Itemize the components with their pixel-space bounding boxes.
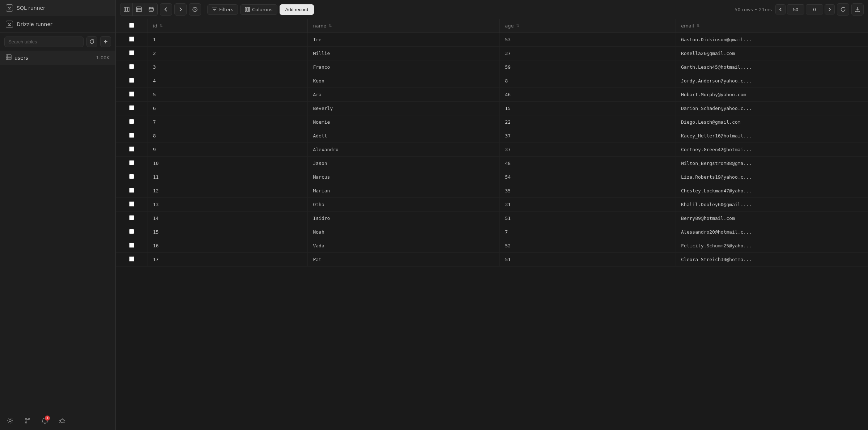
select-all-checkbox[interactable] (129, 23, 134, 28)
row-id: 16 (148, 239, 307, 253)
settings-button[interactable] (4, 415, 16, 426)
download-button[interactable] (851, 3, 864, 16)
main-content: Filters Columns Add record 50 rows • 21m… (116, 0, 868, 430)
table-row: 8Adell37Kacey_Heller16@hotmail... (116, 129, 868, 143)
row-email: Gaston.Dickinson@gmail... (676, 33, 868, 47)
row-email: Darion_Schaden@yahoo.c... (676, 102, 868, 115)
row-checkbox[interactable] (129, 119, 134, 124)
table-icon (6, 54, 12, 61)
sql-runner-label: SQL runner (17, 5, 45, 11)
row-name: Isidro (308, 212, 500, 225)
row-checkbox[interactable] (129, 229, 134, 234)
header-age[interactable]: age ⇅ (500, 19, 676, 33)
filters-button[interactable]: Filters (207, 4, 238, 15)
row-name: Vada (308, 239, 500, 253)
row-name: Tre (308, 33, 500, 47)
row-checkbox-cell (116, 74, 148, 88)
row-checkbox[interactable] (129, 201, 134, 207)
table-row: 2Millie37Rosella26@gmail.com (116, 47, 868, 60)
add-table-button[interactable] (100, 36, 111, 47)
row-name: Millie (308, 47, 500, 60)
row-age: 37 (500, 129, 676, 143)
next-page-button[interactable] (825, 4, 835, 14)
header-email[interactable]: email ⇅ (676, 19, 868, 33)
data-table: id ⇅ name ⇅ age ⇅ (116, 19, 868, 267)
search-input[interactable] (8, 39, 80, 44)
row-checkbox[interactable] (129, 243, 134, 248)
svg-line-16 (59, 420, 60, 421)
sidebar: SQL runner Drizzle runner (0, 0, 116, 430)
row-checkbox[interactable] (129, 133, 134, 138)
sidebar-item-sql-runner[interactable]: SQL runner (0, 0, 115, 16)
row-checkbox[interactable] (129, 160, 134, 165)
svg-line-19 (64, 422, 65, 422)
tables-list: users 1.00K (0, 51, 115, 65)
row-id: 14 (148, 212, 307, 225)
row-id: 3 (148, 60, 307, 74)
view-toggle-group (120, 3, 158, 16)
row-email: Berry89@hotmail.com (676, 212, 868, 225)
svg-rect-33 (245, 7, 246, 12)
header-id[interactable]: id ⇅ (148, 19, 307, 33)
row-age: 8 (500, 74, 676, 88)
row-checkbox[interactable] (129, 50, 134, 55)
row-name: Keon (308, 74, 500, 88)
row-name: Ara (308, 88, 500, 102)
nav-forward-button[interactable] (174, 3, 187, 16)
page-size-input[interactable] (787, 4, 804, 14)
table-item-users[interactable]: users 1.00K (0, 51, 115, 65)
prev-page-button[interactable] (775, 4, 786, 14)
table-row: 13Otha31Khalil.Dooley60@gmail.... (116, 198, 868, 212)
row-id: 8 (148, 129, 307, 143)
row-age: 15 (500, 102, 676, 115)
row-checkbox-cell (116, 225, 148, 239)
row-age: 46 (500, 88, 676, 102)
row-checkbox[interactable] (129, 64, 134, 69)
history-button[interactable] (189, 3, 201, 16)
notifications-button[interactable]: 1 (39, 415, 51, 426)
view-table-button[interactable] (133, 3, 145, 16)
row-checkbox[interactable] (129, 174, 134, 179)
row-checkbox[interactable] (129, 37, 134, 42)
table-header-row: id ⇅ name ⇅ age ⇅ (116, 19, 868, 33)
header-name[interactable]: name ⇅ (308, 19, 500, 33)
row-email: Rosella26@gmail.com (676, 47, 868, 60)
row-age: 35 (500, 184, 676, 198)
row-age: 48 (500, 157, 676, 170)
table-row: 3Franco59Garth.Lesch45@hotmail.... (116, 60, 868, 74)
row-checkbox[interactable] (129, 146, 134, 152)
view-schema-button[interactable] (145, 3, 157, 16)
sidebar-item-drizzle-runner[interactable]: Drizzle runner (0, 16, 115, 33)
row-name: Marcus (308, 170, 500, 184)
row-checkbox-cell (116, 115, 148, 129)
email-sort-icon: ⇅ (696, 24, 699, 28)
sidebar-footer: 1 (0, 411, 115, 430)
row-checkbox-cell (116, 198, 148, 212)
page-offset-input[interactable] (806, 4, 823, 14)
row-age: 22 (500, 115, 676, 129)
row-id: 10 (148, 157, 307, 170)
row-checkbox[interactable] (129, 188, 134, 193)
bug-button[interactable] (56, 415, 68, 426)
name-sort-icon: ⇅ (328, 24, 332, 28)
add-record-button[interactable]: Add record (280, 4, 314, 15)
view-columns-button[interactable] (120, 3, 133, 16)
row-name: Alexandro (308, 143, 500, 157)
row-id: 17 (148, 253, 307, 267)
row-checkbox[interactable] (129, 215, 134, 220)
refresh-button[interactable] (86, 36, 97, 47)
svg-rect-20 (124, 7, 125, 12)
row-checkbox[interactable] (129, 105, 134, 110)
table-row: 10Jason48Milton_Bergstrom88@gma... (116, 157, 868, 170)
table-row: 9Alexandro37Cortney.Green42@hotmai... (116, 143, 868, 157)
row-checkbox[interactable] (129, 78, 134, 83)
nav-back-button[interactable] (160, 3, 172, 16)
git-button[interactable] (22, 415, 33, 426)
row-checkbox[interactable] (129, 256, 134, 261)
row-id: 15 (148, 225, 307, 239)
table-row: 7Noemie22Diego.Lesch@gmail.com (116, 115, 868, 129)
columns-button[interactable]: Columns (240, 4, 277, 15)
refresh-data-button[interactable] (837, 3, 849, 16)
add-record-label: Add record (285, 7, 309, 12)
row-checkbox[interactable] (129, 91, 134, 97)
